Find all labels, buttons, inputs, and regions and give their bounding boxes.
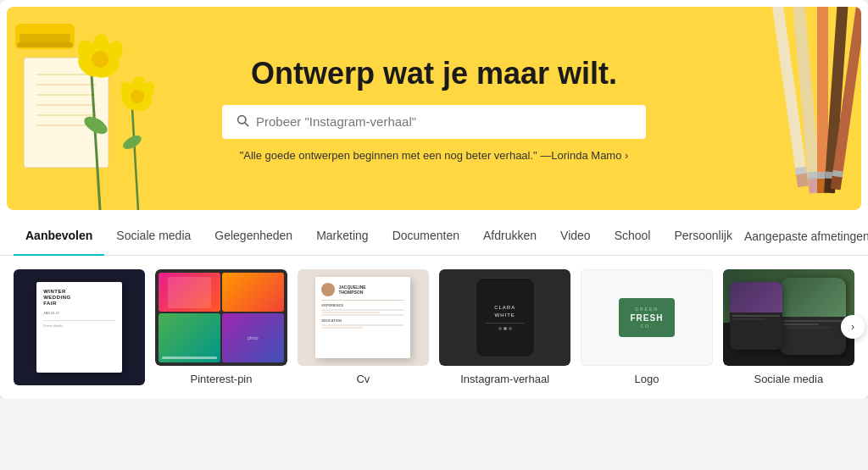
template-card-cv[interactable]: JACQUELINETHOMPSON Experience Education xyxy=(298,269,429,385)
template-card-us-letter[interactable]: WINTERWEDDINGFAIR JAN 16-17 Event detail… xyxy=(14,269,145,385)
svg-rect-9 xyxy=(17,42,73,47)
hero-decoration-right xyxy=(692,7,861,210)
search-input[interactable] xyxy=(256,114,632,129)
template-card-pinterest[interactable]: photo Pinterest-pin xyxy=(155,269,287,385)
template-label-cv: Cv xyxy=(298,373,429,385)
svg-rect-8 xyxy=(19,34,70,42)
template-card-instagram[interactable]: ClaraWhite Instagram-verhaal xyxy=(439,269,570,385)
hero-section: Ontwerp wat je maar wilt. "Alle goede on… xyxy=(7,7,861,210)
template-thumb-letter: WINTERWEDDINGFAIR JAN 16-17 Event detail… xyxy=(14,269,145,385)
hero-content: Ontwerp wat je maar wilt. "Alle goede on… xyxy=(222,56,646,162)
template-label-logo: Logo xyxy=(581,373,712,385)
svg-point-16 xyxy=(92,51,108,68)
template-thumb-instagram: ClaraWhite xyxy=(439,269,570,366)
tab-marketing[interactable]: Marketing xyxy=(304,217,380,256)
hero-decoration-left xyxy=(7,7,193,210)
tab-gelegenheden[interactable]: Gelegenheden xyxy=(203,217,304,256)
scroll-next-button[interactable]: › xyxy=(841,315,865,339)
svg-line-17 xyxy=(132,108,138,210)
tab-sociale-media[interactable]: Sociale media xyxy=(104,217,203,256)
template-card-social[interactable]: Sociale media xyxy=(723,269,854,385)
svg-point-25 xyxy=(121,133,144,152)
tab-documenten[interactable]: Documenten xyxy=(381,217,471,256)
template-label-social: Sociale media xyxy=(723,373,854,385)
hero-quote[interactable]: "Alle goede ontwerpen beginnen met een n… xyxy=(222,149,646,162)
svg-line-47 xyxy=(245,123,248,126)
template-card-logo[interactable]: GREEN FRESH CO. Logo xyxy=(581,269,712,385)
custom-size-button[interactable]: Aangepaste afmetingen xyxy=(744,218,868,255)
template-thumb-pinterest: photo xyxy=(155,269,287,366)
template-thumb-logo: GREEN FRESH CO. xyxy=(581,269,712,366)
templates-grid: WINTERWEDDINGFAIR JAN 16-17 Event detail… xyxy=(14,269,854,385)
hero-title: Ontwerp wat je maar wilt. xyxy=(222,56,646,91)
templates-section: WINTERWEDDINGFAIR JAN 16-17 Event detail… xyxy=(0,256,868,399)
template-label-instagram: Instagram-verhaal xyxy=(439,373,570,385)
template-label-pinterest: Pinterest-pin xyxy=(155,373,287,385)
template-thumb-social xyxy=(723,269,854,366)
main-wrapper: Ontwerp wat je maar wilt. "Alle goede on… xyxy=(0,0,868,399)
tab-afdrukken[interactable]: Afdrukken xyxy=(471,217,548,256)
svg-point-23 xyxy=(131,90,144,103)
tab-aanbevolen[interactable]: Aanbevolen xyxy=(14,217,104,256)
category-tabs: Aanbevolen Sociale media Gelegenheden Ma… xyxy=(0,217,868,256)
template-thumb-cv: JACQUELINETHOMPSON Experience Education xyxy=(298,269,429,366)
tab-video[interactable]: Video xyxy=(548,217,603,256)
tab-persoonlijk[interactable]: Persoonlijk xyxy=(662,217,743,256)
tab-school[interactable]: School xyxy=(603,217,663,256)
search-container xyxy=(222,105,646,139)
search-icon xyxy=(236,113,249,130)
